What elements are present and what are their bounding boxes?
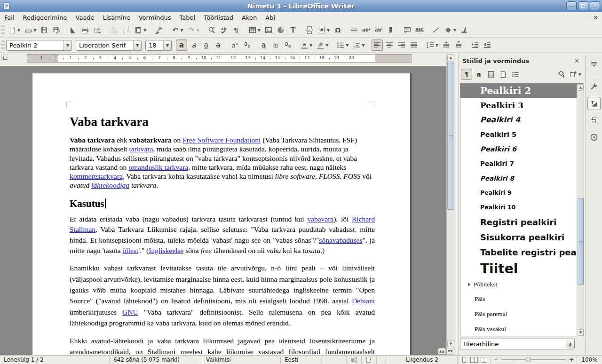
chevron-down-icon[interactable]: ▼: [163, 40, 171, 50]
paste-button[interactable]: ▼: [133, 24, 148, 36]
style-strike-button[interactable]: a: [213, 40, 224, 51]
insert-image-button[interactable]: [263, 24, 274, 36]
minimize-button[interactable]: −: [566, 1, 577, 10]
word-count-status[interactable]: 642 sõna (5 075 märki): [110, 356, 202, 364]
draw-line-button[interactable]: [430, 24, 442, 36]
clear-formatting-button[interactable]: a⊠: [282, 40, 293, 51]
page-style-status[interactable]: Vaikimisi: [202, 356, 281, 364]
paragraph-styles-button[interactable]: ¶: [461, 69, 472, 80]
bookmark-button[interactable]: [385, 24, 396, 36]
find-replace-button[interactable]: b: [206, 24, 217, 36]
zoom-out-button[interactable]: −: [493, 356, 498, 363]
hyperlink[interactable]: GNU: [122, 308, 138, 316]
hyperlink[interactable]: tarkvara: [129, 145, 153, 153]
menu-vormindus[interactable]: Vormindus: [135, 14, 175, 22]
chevron-down-icon[interactable]: ▼: [436, 43, 438, 47]
font-color-button[interactable]: a▼: [299, 40, 314, 51]
sidebar-menu-button[interactable]: [587, 58, 601, 71]
zoom-in-button[interactable]: +: [569, 356, 574, 363]
print-preview-button[interactable]: [92, 24, 103, 36]
chevron-down-icon[interactable]: ▼: [346, 43, 349, 47]
chevron-down-icon[interactable]: ▼: [325, 43, 328, 47]
new-style-button[interactable]: ▼: [568, 69, 583, 80]
menu-vaade[interactable]: Vaade: [71, 14, 99, 22]
outline-status[interactable]: Liigendus 2: [387, 356, 458, 364]
style-item-p-is-paremal[interactable]: Päis paremal: [460, 307, 584, 322]
style-item-p-hitekst[interactable]: Põhitekst: [460, 277, 584, 292]
spinner-icon[interactable]: ▲▼: [566, 339, 574, 349]
scrollbar-thumb[interactable]: [578, 198, 584, 285]
hyperlink[interactable]: sõnavabaduses: [319, 236, 362, 244]
fill-format-button[interactable]: [555, 69, 567, 80]
numbered-list-button[interactable]: 12▼: [351, 40, 366, 51]
list-styles-button[interactable]: [510, 69, 521, 80]
increase-indent-button[interactable]: [469, 40, 481, 51]
bullet-list-button[interactable]: ▼: [335, 40, 350, 51]
document-page[interactable]: Vaba tarkvaraVaba tarkvara ehk vabatarkv…: [32, 73, 411, 355]
undo-button[interactable]: ↶▼: [169, 24, 184, 36]
style-item-pealkiri-8[interactable]: Pealkiri 8: [460, 171, 584, 185]
print-button[interactable]: [79, 24, 91, 36]
redo-button[interactable]: ↷▼: [186, 24, 201, 36]
next-page-button[interactable]: ▼▼: [446, 348, 454, 355]
book-view-button[interactable]: [480, 356, 488, 364]
special-character-button[interactable]: Ω: [332, 24, 343, 36]
style-list-scrollbar[interactable]: ▲ ▼: [577, 84, 584, 336]
multi-page-view-button[interactable]: [470, 356, 478, 364]
hyperlink[interactable]: vabavara: [307, 215, 333, 223]
horizontal-ruler[interactable]: 11234567891011121314151617181920: [27, 54, 412, 63]
paragraph-style-combobox[interactable]: Pealkiri 2 ▼: [6, 40, 72, 51]
hyperlink[interactable]: Debiani: [352, 297, 375, 305]
hyperlink[interactable]: Ingliskeelse: [149, 246, 183, 254]
style-item-pealkiri-5[interactable]: Pealkiri 5: [460, 127, 584, 142]
style-item-pealkiri-9[interactable]: Pealkiri 9: [460, 185, 584, 200]
zoom-slider-knob[interactable]: [526, 357, 531, 362]
line-spacing-button[interactable]: ▼: [425, 40, 440, 51]
tab-stop-selector[interactable]: [1, 55, 8, 61]
basic-shapes-button[interactable]: ▼: [443, 24, 458, 36]
hyperlink[interactable]: omanduslik tarkvara: [128, 163, 188, 171]
endnote-button[interactable]: abⁱ: [373, 24, 384, 36]
spellcheck-button[interactable]: ab: [218, 24, 230, 36]
footnote-button[interactable]: ab¹: [361, 24, 372, 36]
menu-lisamine[interactable]: Lisamine: [99, 14, 135, 22]
selection-mode-status[interactable]: *: [362, 356, 377, 364]
style-item-pealkiri-10[interactable]: Pealkiri 10: [460, 200, 584, 214]
chevron-down-icon[interactable]: ▼: [578, 72, 581, 77]
align-justify-button[interactable]: [408, 40, 420, 51]
chevron-down-icon[interactable]: ▼: [133, 40, 141, 50]
sidebar-tab-properties[interactable]: [587, 80, 601, 93]
chevron-down-icon[interactable]: ▼: [63, 40, 71, 50]
scroll-up-button[interactable]: ▲: [447, 55, 454, 61]
menu-tabel[interactable]: Tabel: [175, 14, 200, 22]
chevron-down-icon[interactable]: ▼: [327, 28, 330, 32]
menu-aken[interactable]: Aken: [238, 14, 261, 22]
menu-fail[interactable]: Fail: [0, 14, 19, 22]
chevron-down-icon[interactable]: ▼: [197, 28, 199, 32]
style-item-pealkiri-4[interactable]: Pealkiri 4: [460, 112, 584, 127]
style-bold-button[interactable]: a: [176, 40, 187, 51]
comment-button[interactable]: [402, 24, 413, 36]
character-styles-button[interactable]: a: [473, 69, 484, 80]
style-italic-button[interactable]: a: [188, 40, 199, 51]
menu-abi[interactable]: Abi: [261, 14, 279, 22]
subscript-button[interactable]: ab: [241, 40, 253, 51]
style-filter-combobox[interactable]: Hierarhiline ▲▼: [460, 339, 575, 349]
chevron-down-icon[interactable]: ▼: [33, 28, 36, 32]
copy-button[interactable]: [120, 24, 132, 36]
single-page-view-button[interactable]: [460, 356, 468, 364]
track-changes-button[interactable]: REC: [414, 24, 425, 36]
maximize-button[interactable]: [578, 1, 588, 10]
insert-field-button[interactable]: #▼: [316, 24, 331, 36]
style-item-tiitel[interactable]: Tiitel: [460, 260, 584, 277]
align-left-button[interactable]: [372, 40, 383, 51]
scroll-down-button[interactable]: ▼: [447, 340, 454, 347]
close-button[interactable]: ✕: [590, 1, 600, 10]
page-styles-button[interactable]: [498, 69, 509, 80]
insert-textbox-button[interactable]: T: [287, 24, 299, 36]
zoom-level-status[interactable]: 100%: [577, 356, 602, 364]
chevron-down-icon[interactable]: ▼: [309, 43, 312, 47]
sidebar-tab-navigator[interactable]: [587, 131, 601, 144]
chevron-down-icon[interactable]: ▼: [180, 28, 183, 32]
style-item-pealkiri-6[interactable]: Pealkiri 6: [460, 142, 584, 156]
